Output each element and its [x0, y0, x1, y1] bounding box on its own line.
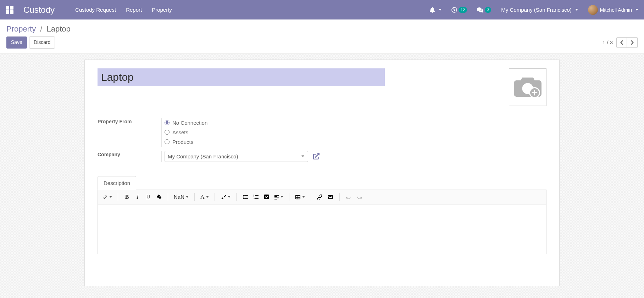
property-from-products[interactable]: Products — [165, 137, 310, 147]
breadcrumb-current: Laptop — [47, 24, 71, 33]
rte-font-size-value: NaN — [174, 194, 184, 200]
radio-no-connection[interactable] — [165, 120, 170, 125]
pager-next-button[interactable] — [627, 37, 638, 48]
company-select-value: My Company (San Francisco) — [168, 153, 238, 159]
property-from-assets[interactable]: Assets — [165, 128, 310, 137]
rte-link-button[interactable] — [315, 192, 324, 202]
breadcrumb: Property / Laptop — [0, 19, 644, 36]
notifications-dropdown[interactable] — [429, 7, 442, 13]
rte-undo-button[interactable] — [344, 192, 353, 202]
user-menu[interactable]: Mitchell Admin — [588, 5, 638, 15]
control-panel: Property / Laptop Save Discard 1 / 3 — [0, 19, 644, 54]
rte-font-color-dropdown[interactable]: A — [199, 192, 210, 202]
clock-icon — [451, 7, 457, 13]
external-link-icon — [313, 153, 320, 159]
user-name: Mitchell Admin — [600, 7, 632, 13]
rte-italic-button[interactable]: I — [133, 192, 142, 202]
chevron-left-icon — [620, 40, 623, 45]
conversation-icon — [477, 7, 483, 13]
table-icon — [295, 195, 301, 199]
radio-assets[interactable] — [165, 130, 170, 135]
undo-icon — [346, 195, 351, 199]
company-name: My Company (San Francisco) — [501, 7, 571, 13]
list-ul-icon — [243, 195, 248, 199]
chevron-right-icon — [631, 40, 634, 45]
pager-text[interactable]: 1 / 3 — [603, 39, 613, 45]
link-icon — [317, 195, 322, 199]
radio-products[interactable] — [165, 139, 170, 144]
image-upload[interactable] — [509, 68, 546, 106]
rte-align-dropdown[interactable] — [273, 192, 285, 202]
activities-button[interactable]: 12 — [451, 7, 467, 13]
property-from-no-connection[interactable]: No Connection — [165, 118, 310, 128]
rte-redo-button[interactable] — [355, 192, 364, 202]
messages-badge: 3 — [485, 7, 491, 13]
check-square-icon — [264, 194, 269, 199]
rte-table-dropdown[interactable] — [294, 192, 306, 202]
discard-button[interactable]: Discard — [29, 36, 55, 49]
rte-highlight-dropdown[interactable] — [219, 192, 232, 202]
rte-bold-button[interactable]: B — [122, 192, 132, 202]
form-sheet: Property From No Connection Assets — [84, 60, 560, 286]
apps-icon[interactable] — [6, 6, 13, 14]
rte-ol-button[interactable] — [251, 192, 261, 202]
company-label: Company — [98, 152, 161, 157]
magic-wand-icon — [103, 195, 108, 199]
camera-plus-icon — [513, 75, 542, 100]
rte-ul-button[interactable] — [241, 192, 250, 202]
rte-image-button[interactable] — [326, 192, 335, 202]
breadcrumb-separator: / — [40, 24, 42, 33]
messages-button[interactable]: 3 — [477, 7, 491, 13]
tabs: Description — [98, 176, 546, 190]
list-ol-icon — [253, 195, 259, 199]
rte-toolbar: B I U NaN A — [98, 190, 546, 204]
record-title-input[interactable] — [98, 68, 385, 86]
nav-report[interactable]: Report — [126, 7, 142, 13]
activities-badge: 12 — [459, 7, 467, 13]
rte-font-size-dropdown[interactable]: NaN — [172, 192, 190, 202]
eraser-icon — [156, 195, 162, 199]
breadcrumb-parent[interactable]: Property — [6, 24, 36, 33]
rte-magic-button[interactable] — [101, 192, 113, 202]
top-nav: Custody Custody Request Report Property … — [0, 0, 644, 19]
tab-description[interactable]: Description — [98, 176, 136, 190]
nav-custody-request[interactable]: Custody Request — [75, 7, 116, 13]
avatar — [588, 5, 598, 15]
property-from-label: Property From — [98, 119, 161, 124]
nav-links: Custody Request Report Property — [75, 7, 172, 13]
nav-property[interactable]: Property — [152, 7, 172, 13]
radio-label-no-connection: No Connection — [172, 120, 207, 126]
redo-icon — [357, 195, 362, 199]
brush-icon — [221, 195, 226, 199]
align-left-icon — [274, 195, 279, 199]
image-icon — [328, 195, 333, 199]
app-title[interactable]: Custody — [23, 5, 55, 15]
save-button[interactable]: Save — [6, 36, 27, 49]
rte-checklist-button[interactable] — [262, 192, 271, 202]
company-select[interactable]: My Company (San Francisco) — [165, 151, 308, 162]
description-editor[interactable] — [98, 204, 546, 254]
company-switcher[interactable]: My Company (San Francisco) — [501, 7, 578, 13]
rte-underline-button[interactable]: U — [144, 192, 153, 202]
company-external-link[interactable] — [313, 153, 320, 159]
radio-label-products: Products — [172, 139, 193, 145]
rte-erase-button[interactable] — [154, 192, 163, 202]
pager: 1 / 3 — [603, 37, 638, 48]
radio-label-assets: Assets — [172, 129, 188, 135]
bell-icon — [429, 7, 435, 13]
pager-prev-button[interactable] — [616, 37, 627, 48]
systray: 12 3 My Company (San Francisco) Mitchell… — [429, 5, 638, 15]
